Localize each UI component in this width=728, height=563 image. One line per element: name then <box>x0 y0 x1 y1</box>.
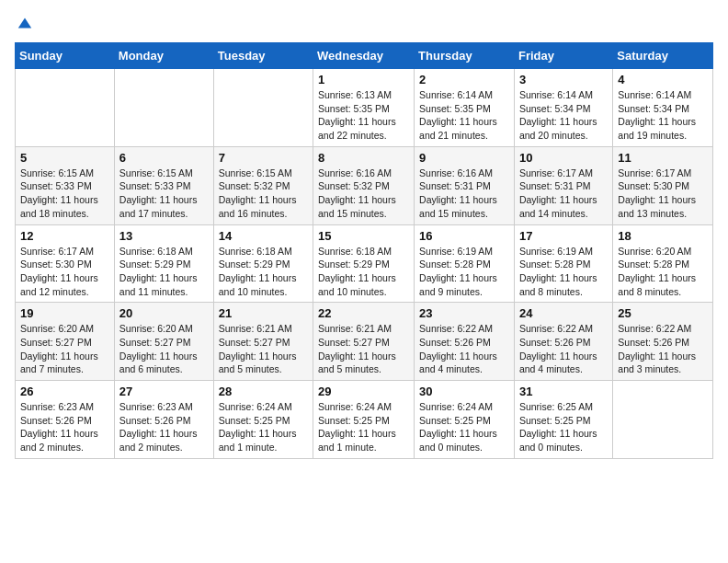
day-info: Sunrise: 6:15 AMSunset: 5:33 PMDaylight:… <box>20 167 109 221</box>
day-number: 31 <box>519 385 608 398</box>
calendar-cell: 16Sunrise: 6:19 AMSunset: 5:28 PMDayligh… <box>415 224 515 303</box>
day-number: 6 <box>119 151 209 165</box>
day-number: 19 <box>20 306 109 320</box>
calendar-cell: 10Sunrise: 6:17 AMSunset: 5:31 PMDayligh… <box>514 146 612 224</box>
calendar-cell: 25Sunrise: 6:22 AMSunset: 5:26 PMDayligh… <box>613 303 713 381</box>
calendar-cell: 5Sunrise: 6:15 AMSunset: 5:33 PMDaylight… <box>16 146 115 224</box>
day-number: 20 <box>119 306 209 320</box>
day-info: Sunrise: 6:17 AMSunset: 5:30 PMDaylight:… <box>20 245 109 299</box>
day-number: 30 <box>419 385 509 398</box>
svg-marker-0 <box>18 18 31 29</box>
day-number: 25 <box>618 306 708 320</box>
calendar-week-row: 19Sunrise: 6:20 AMSunset: 5:27 PMDayligh… <box>16 303 713 381</box>
day-number: 10 <box>519 151 608 165</box>
day-number: 11 <box>618 151 708 165</box>
calendar-cell: 4Sunrise: 6:14 AMSunset: 5:34 PMDaylight… <box>613 69 713 147</box>
calendar-cell <box>613 381 713 459</box>
calendar-table: SundayMondayTuesdayWednesdayThursdayFrid… <box>15 42 713 459</box>
calendar-body: 1Sunrise: 6:13 AMSunset: 5:35 PMDaylight… <box>16 69 713 459</box>
calendar-cell: 1Sunrise: 6:13 AMSunset: 5:35 PMDaylight… <box>313 69 415 147</box>
calendar-week-row: 12Sunrise: 6:17 AMSunset: 5:30 PMDayligh… <box>16 224 713 303</box>
calendar-cell <box>213 69 313 147</box>
calendar-week-row: 26Sunrise: 6:23 AMSunset: 5:26 PMDayligh… <box>16 381 713 459</box>
day-number: 26 <box>20 385 109 398</box>
weekday-header: Monday <box>114 43 213 69</box>
logo <box>15 15 33 31</box>
day-number: 16 <box>419 229 509 243</box>
day-info: Sunrise: 6:13 AMSunset: 5:35 PMDaylight:… <box>318 88 409 143</box>
calendar-cell: 13Sunrise: 6:18 AMSunset: 5:29 PMDayligh… <box>114 224 213 303</box>
day-info: Sunrise: 6:18 AMSunset: 5:29 PMDaylight:… <box>219 245 308 299</box>
day-number: 8 <box>318 151 409 165</box>
day-info: Sunrise: 6:23 AMSunset: 5:26 PMDaylight:… <box>119 400 209 454</box>
day-number: 15 <box>318 229 409 243</box>
day-number: 29 <box>318 385 409 398</box>
calendar-cell: 24Sunrise: 6:22 AMSunset: 5:26 PMDayligh… <box>514 303 612 381</box>
calendar-cell <box>16 69 115 147</box>
day-info: Sunrise: 6:24 AMSunset: 5:25 PMDaylight:… <box>318 400 409 454</box>
calendar-cell: 18Sunrise: 6:20 AMSunset: 5:28 PMDayligh… <box>613 224 713 303</box>
calendar-cell: 20Sunrise: 6:20 AMSunset: 5:27 PMDayligh… <box>114 303 213 381</box>
calendar-cell: 17Sunrise: 6:19 AMSunset: 5:28 PMDayligh… <box>514 224 612 303</box>
day-info: Sunrise: 6:22 AMSunset: 5:26 PMDaylight:… <box>419 322 509 376</box>
logo-icon <box>17 15 33 31</box>
day-number: 22 <box>318 306 409 320</box>
day-info: Sunrise: 6:17 AMSunset: 5:31 PMDaylight:… <box>519 167 608 221</box>
calendar-cell: 31Sunrise: 6:25 AMSunset: 5:25 PMDayligh… <box>514 381 612 459</box>
calendar-week-row: 5Sunrise: 6:15 AMSunset: 5:33 PMDaylight… <box>16 146 713 224</box>
calendar-cell: 2Sunrise: 6:14 AMSunset: 5:35 PMDaylight… <box>415 69 515 147</box>
day-info: Sunrise: 6:18 AMSunset: 5:29 PMDaylight:… <box>318 245 409 299</box>
day-info: Sunrise: 6:14 AMSunset: 5:34 PMDaylight:… <box>618 88 708 143</box>
day-number: 1 <box>318 73 409 86</box>
day-info: Sunrise: 6:21 AMSunset: 5:27 PMDaylight:… <box>318 322 409 376</box>
day-info: Sunrise: 6:24 AMSunset: 5:25 PMDaylight:… <box>419 400 509 454</box>
day-number: 27 <box>119 385 209 398</box>
calendar-cell: 30Sunrise: 6:24 AMSunset: 5:25 PMDayligh… <box>415 381 515 459</box>
weekday-header: Wednesday <box>313 43 415 69</box>
calendar-cell: 29Sunrise: 6:24 AMSunset: 5:25 PMDayligh… <box>313 381 415 459</box>
day-number: 9 <box>419 151 509 165</box>
weekday-header: Friday <box>514 43 612 69</box>
calendar-cell: 9Sunrise: 6:16 AMSunset: 5:31 PMDaylight… <box>415 146 515 224</box>
calendar-cell: 3Sunrise: 6:14 AMSunset: 5:34 PMDaylight… <box>514 69 612 147</box>
day-info: Sunrise: 6:20 AMSunset: 5:27 PMDaylight:… <box>20 322 109 376</box>
day-info: Sunrise: 6:20 AMSunset: 5:28 PMDaylight:… <box>618 245 708 299</box>
day-info: Sunrise: 6:22 AMSunset: 5:26 PMDaylight:… <box>519 322 608 376</box>
calendar-cell: 11Sunrise: 6:17 AMSunset: 5:30 PMDayligh… <box>613 146 713 224</box>
weekday-header: Tuesday <box>213 43 313 69</box>
day-info: Sunrise: 6:16 AMSunset: 5:31 PMDaylight:… <box>419 167 509 221</box>
day-number: 28 <box>219 385 308 398</box>
day-number: 12 <box>20 229 109 243</box>
day-number: 17 <box>519 229 608 243</box>
calendar-cell: 8Sunrise: 6:16 AMSunset: 5:32 PMDaylight… <box>313 146 415 224</box>
day-info: Sunrise: 6:15 AMSunset: 5:33 PMDaylight:… <box>119 167 209 221</box>
calendar-cell: 27Sunrise: 6:23 AMSunset: 5:26 PMDayligh… <box>114 381 213 459</box>
calendar-cell: 12Sunrise: 6:17 AMSunset: 5:30 PMDayligh… <box>16 224 115 303</box>
day-number: 3 <box>519 73 608 86</box>
calendar-cell: 14Sunrise: 6:18 AMSunset: 5:29 PMDayligh… <box>213 224 313 303</box>
day-number: 2 <box>419 73 509 86</box>
day-number: 14 <box>219 229 308 243</box>
day-number: 18 <box>618 229 708 243</box>
day-info: Sunrise: 6:19 AMSunset: 5:28 PMDaylight:… <box>519 245 608 299</box>
day-number: 7 <box>219 151 308 165</box>
day-info: Sunrise: 6:16 AMSunset: 5:32 PMDaylight:… <box>318 167 409 221</box>
day-number: 23 <box>419 306 509 320</box>
day-info: Sunrise: 6:25 AMSunset: 5:25 PMDaylight:… <box>519 400 608 454</box>
weekday-header: Saturday <box>613 43 713 69</box>
day-info: Sunrise: 6:14 AMSunset: 5:34 PMDaylight:… <box>519 88 608 143</box>
page-header <box>15 15 713 31</box>
day-info: Sunrise: 6:20 AMSunset: 5:27 PMDaylight:… <box>119 322 209 376</box>
day-info: Sunrise: 6:18 AMSunset: 5:29 PMDaylight:… <box>119 245 209 299</box>
calendar-week-row: 1Sunrise: 6:13 AMSunset: 5:35 PMDaylight… <box>16 69 713 147</box>
calendar-cell: 6Sunrise: 6:15 AMSunset: 5:33 PMDaylight… <box>114 146 213 224</box>
day-number: 13 <box>119 229 209 243</box>
day-info: Sunrise: 6:21 AMSunset: 5:27 PMDaylight:… <box>219 322 308 376</box>
day-info: Sunrise: 6:14 AMSunset: 5:35 PMDaylight:… <box>419 88 509 143</box>
day-number: 24 <box>519 306 608 320</box>
day-info: Sunrise: 6:15 AMSunset: 5:32 PMDaylight:… <box>219 167 308 221</box>
day-number: 5 <box>20 151 109 165</box>
weekday-header: Thursday <box>415 43 515 69</box>
day-info: Sunrise: 6:23 AMSunset: 5:26 PMDaylight:… <box>20 400 109 454</box>
day-info: Sunrise: 6:22 AMSunset: 5:26 PMDaylight:… <box>618 322 708 376</box>
